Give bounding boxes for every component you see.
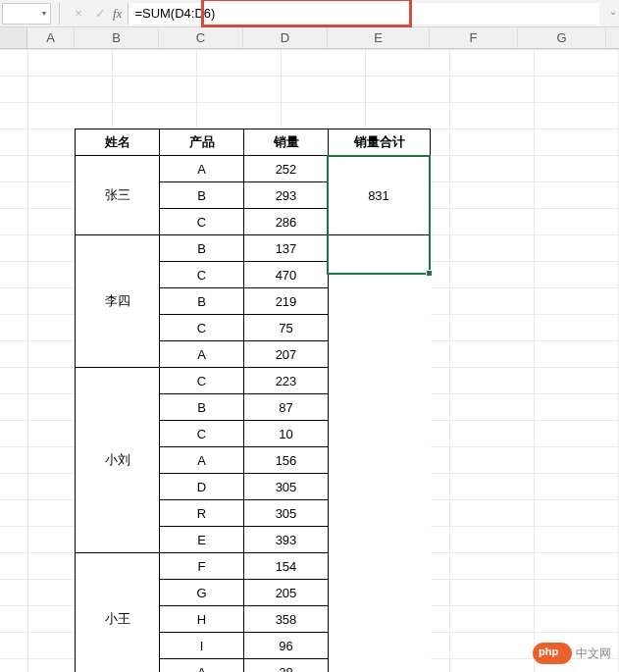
cell-sales[interactable]: 393 xyxy=(244,527,329,553)
php-logo-icon xyxy=(533,643,572,664)
cell-sales[interactable]: 358 xyxy=(244,606,329,633)
cell-sales[interactable]: 28 xyxy=(244,659,329,673)
header-total[interactable]: 销量合计 xyxy=(329,129,431,156)
column-header-C[interactable]: C xyxy=(159,27,243,48)
cell-sales[interactable]: 75 xyxy=(244,315,329,341)
cell-sales[interactable]: 154 xyxy=(244,553,329,580)
column-header-G[interactable]: G xyxy=(518,27,606,48)
cell-product[interactable]: B xyxy=(160,288,244,315)
cell-sales[interactable]: 252 xyxy=(244,156,329,182)
formula-input[interactable]: =SUM(D4:D6) xyxy=(128,3,599,25)
cell-product[interactable]: F xyxy=(160,553,244,580)
cell-sales[interactable]: 156 xyxy=(244,447,329,474)
cell-sales[interactable]: 10 xyxy=(244,421,329,447)
cell-product[interactable]: D xyxy=(160,474,244,500)
confirm-button[interactable]: ✓ xyxy=(89,3,111,25)
cell-sales[interactable]: 137 xyxy=(244,235,329,262)
cell-product[interactable]: G xyxy=(160,580,244,606)
header-sales[interactable]: 销量 xyxy=(244,129,329,156)
watermark-text: 中文网 xyxy=(576,646,611,662)
column-headers: A B C D E F G xyxy=(0,27,619,49)
cell-product[interactable]: H xyxy=(160,606,244,633)
cell-sales[interactable]: 223 xyxy=(244,368,329,394)
table-header-row: 姓名 产品 销量 销量合计 xyxy=(76,129,431,156)
cell-product[interactable]: R xyxy=(160,500,244,527)
cell-product[interactable]: I xyxy=(160,633,244,659)
cell-person[interactable]: 小刘 xyxy=(76,368,160,553)
cell-sales[interactable]: 293 xyxy=(244,182,329,209)
cell-product[interactable]: C xyxy=(160,368,244,394)
cell-sales[interactable]: 207 xyxy=(244,341,329,368)
cell-product[interactable]: C xyxy=(160,262,244,288)
column-header-E[interactable]: E xyxy=(328,27,430,48)
divider xyxy=(59,3,60,25)
column-header-B[interactable]: B xyxy=(75,27,159,48)
name-box[interactable]: ▾ xyxy=(2,3,51,25)
cell-sales[interactable]: 305 xyxy=(244,474,329,500)
cell-sales[interactable]: 87 xyxy=(244,394,329,421)
cell-product[interactable]: A xyxy=(160,447,244,474)
header-product[interactable]: 产品 xyxy=(160,129,244,156)
cell-product[interactable]: A xyxy=(160,659,244,673)
cell-product[interactable]: B xyxy=(160,182,244,209)
cell-product[interactable]: E xyxy=(160,527,244,553)
formula-text: =SUM(D4:D6) xyxy=(134,6,215,21)
cell-product[interactable]: A xyxy=(160,156,244,182)
header-name[interactable]: 姓名 xyxy=(76,129,160,156)
cell-sales[interactable]: 305 xyxy=(244,500,329,527)
cell-total-value[interactable]: 831 xyxy=(328,156,430,235)
formula-bar: ▾ × ✓ fx =SUM(D4:D6) ⌄ xyxy=(0,0,619,27)
cell-product[interactable]: B xyxy=(160,235,244,262)
cell-product[interactable]: C xyxy=(160,421,244,447)
cell-sales[interactable]: 286 xyxy=(244,209,329,235)
cell-product[interactable]: C xyxy=(160,209,244,235)
expand-formula-bar-icon[interactable]: ⌄ xyxy=(609,6,617,17)
select-all-corner[interactable] xyxy=(0,27,27,48)
cell-sales[interactable]: 96 xyxy=(244,633,329,659)
cell-person[interactable]: 小王 xyxy=(76,553,160,673)
column-header-D[interactable]: D xyxy=(243,27,328,48)
cell-sales[interactable]: 205 xyxy=(244,580,329,606)
dropdown-arrow-icon: ▾ xyxy=(42,9,46,18)
cell-person[interactable]: 李四 xyxy=(76,235,160,368)
cancel-button[interactable]: × xyxy=(68,3,89,25)
cell-sales[interactable]: 219 xyxy=(244,288,329,315)
watermark: 中文网 xyxy=(533,643,611,664)
column-header-A[interactable]: A xyxy=(27,27,75,48)
cell-product[interactable]: A xyxy=(160,341,244,368)
cell-product[interactable]: C xyxy=(160,315,244,341)
cell-product[interactable]: B xyxy=(160,394,244,421)
cell-person[interactable]: 张三 xyxy=(76,156,160,235)
cell-sales[interactable]: 470 xyxy=(244,262,329,288)
spreadsheet-grid[interactable]: 姓名 产品 销量 销量合计 张三 A 252 B 293 C 286 李四 B … xyxy=(0,49,619,672)
fx-icon[interactable]: fx xyxy=(113,6,122,22)
column-header-F[interactable]: F xyxy=(430,27,518,48)
